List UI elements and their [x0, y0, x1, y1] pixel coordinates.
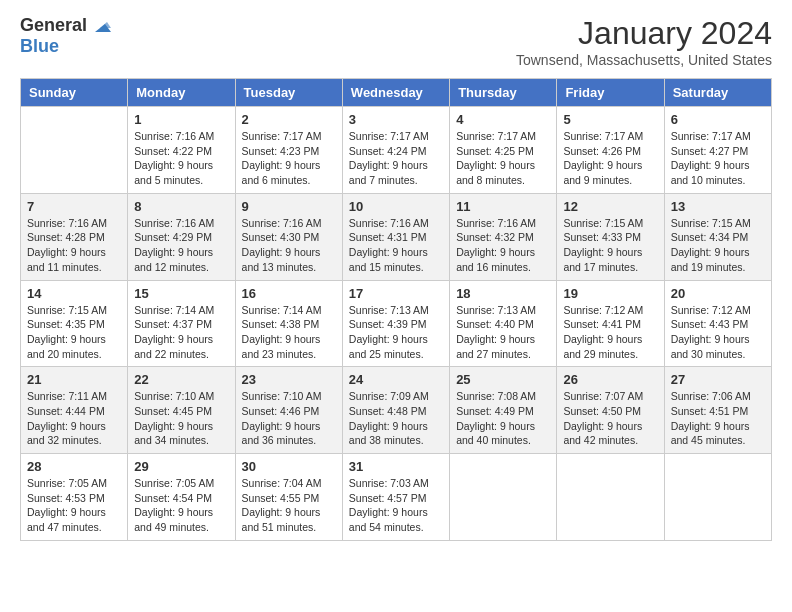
calendar-cell: 18Sunrise: 7:13 AMSunset: 4:40 PMDayligh… [450, 280, 557, 367]
calendar-cell: 7Sunrise: 7:16 AMSunset: 4:28 PMDaylight… [21, 193, 128, 280]
cell-content: Sunrise: 7:06 AMSunset: 4:51 PMDaylight:… [671, 389, 765, 448]
calendar-header-row: SundayMondayTuesdayWednesdayThursdayFrid… [21, 79, 772, 107]
cell-content: Sunrise: 7:12 AMSunset: 4:41 PMDaylight:… [563, 303, 657, 362]
week-row-5: 28Sunrise: 7:05 AMSunset: 4:53 PMDayligh… [21, 454, 772, 541]
day-number: 3 [349, 112, 443, 127]
day-number: 26 [563, 372, 657, 387]
day-number: 25 [456, 372, 550, 387]
calendar-cell: 25Sunrise: 7:08 AMSunset: 4:49 PMDayligh… [450, 367, 557, 454]
calendar-cell: 17Sunrise: 7:13 AMSunset: 4:39 PMDayligh… [342, 280, 449, 367]
day-number: 5 [563, 112, 657, 127]
day-header-thursday: Thursday [450, 79, 557, 107]
day-number: 12 [563, 199, 657, 214]
day-number: 17 [349, 286, 443, 301]
day-number: 27 [671, 372, 765, 387]
calendar-cell: 3Sunrise: 7:17 AMSunset: 4:24 PMDaylight… [342, 107, 449, 194]
day-number: 23 [242, 372, 336, 387]
calendar-body: 1Sunrise: 7:16 AMSunset: 4:22 PMDaylight… [21, 107, 772, 541]
logo-icon [89, 14, 111, 36]
day-header-wednesday: Wednesday [342, 79, 449, 107]
cell-content: Sunrise: 7:14 AMSunset: 4:38 PMDaylight:… [242, 303, 336, 362]
svg-marker-1 [100, 22, 111, 28]
calendar-cell: 19Sunrise: 7:12 AMSunset: 4:41 PMDayligh… [557, 280, 664, 367]
day-number: 31 [349, 459, 443, 474]
day-number: 15 [134, 286, 228, 301]
calendar-cell: 21Sunrise: 7:11 AMSunset: 4:44 PMDayligh… [21, 367, 128, 454]
calendar-cell: 1Sunrise: 7:16 AMSunset: 4:22 PMDaylight… [128, 107, 235, 194]
day-number: 20 [671, 286, 765, 301]
cell-content: Sunrise: 7:16 AMSunset: 4:29 PMDaylight:… [134, 216, 228, 275]
cell-content: Sunrise: 7:16 AMSunset: 4:30 PMDaylight:… [242, 216, 336, 275]
cell-content: Sunrise: 7:17 AMSunset: 4:26 PMDaylight:… [563, 129, 657, 188]
cell-content: Sunrise: 7:15 AMSunset: 4:35 PMDaylight:… [27, 303, 121, 362]
day-number: 28 [27, 459, 121, 474]
cell-content: Sunrise: 7:17 AMSunset: 4:27 PMDaylight:… [671, 129, 765, 188]
cell-content: Sunrise: 7:15 AMSunset: 4:34 PMDaylight:… [671, 216, 765, 275]
calendar-cell: 30Sunrise: 7:04 AMSunset: 4:55 PMDayligh… [235, 454, 342, 541]
cell-content: Sunrise: 7:16 AMSunset: 4:31 PMDaylight:… [349, 216, 443, 275]
cell-content: Sunrise: 7:03 AMSunset: 4:57 PMDaylight:… [349, 476, 443, 535]
week-row-2: 7Sunrise: 7:16 AMSunset: 4:28 PMDaylight… [21, 193, 772, 280]
calendar-cell: 24Sunrise: 7:09 AMSunset: 4:48 PMDayligh… [342, 367, 449, 454]
day-number: 18 [456, 286, 550, 301]
cell-content: Sunrise: 7:10 AMSunset: 4:46 PMDaylight:… [242, 389, 336, 448]
calendar-cell: 26Sunrise: 7:07 AMSunset: 4:50 PMDayligh… [557, 367, 664, 454]
week-row-3: 14Sunrise: 7:15 AMSunset: 4:35 PMDayligh… [21, 280, 772, 367]
week-row-1: 1Sunrise: 7:16 AMSunset: 4:22 PMDaylight… [21, 107, 772, 194]
day-header-sunday: Sunday [21, 79, 128, 107]
logo: General Blue [20, 15, 111, 57]
title-area: January 2024 Townsend, Massachusetts, Un… [516, 15, 772, 68]
day-number: 7 [27, 199, 121, 214]
calendar-cell: 5Sunrise: 7:17 AMSunset: 4:26 PMDaylight… [557, 107, 664, 194]
day-number: 14 [27, 286, 121, 301]
cell-content: Sunrise: 7:11 AMSunset: 4:44 PMDaylight:… [27, 389, 121, 448]
calendar-cell: 13Sunrise: 7:15 AMSunset: 4:34 PMDayligh… [664, 193, 771, 280]
day-number: 22 [134, 372, 228, 387]
calendar-cell: 6Sunrise: 7:17 AMSunset: 4:27 PMDaylight… [664, 107, 771, 194]
day-header-friday: Friday [557, 79, 664, 107]
calendar-cell [664, 454, 771, 541]
logo-general-text: General [20, 15, 87, 36]
day-header-monday: Monday [128, 79, 235, 107]
week-row-4: 21Sunrise: 7:11 AMSunset: 4:44 PMDayligh… [21, 367, 772, 454]
calendar-cell: 10Sunrise: 7:16 AMSunset: 4:31 PMDayligh… [342, 193, 449, 280]
calendar-cell: 9Sunrise: 7:16 AMSunset: 4:30 PMDaylight… [235, 193, 342, 280]
cell-content: Sunrise: 7:12 AMSunset: 4:43 PMDaylight:… [671, 303, 765, 362]
logo-blue-text: Blue [20, 36, 59, 57]
cell-content: Sunrise: 7:15 AMSunset: 4:33 PMDaylight:… [563, 216, 657, 275]
day-number: 8 [134, 199, 228, 214]
calendar-cell: 4Sunrise: 7:17 AMSunset: 4:25 PMDaylight… [450, 107, 557, 194]
calendar-cell: 29Sunrise: 7:05 AMSunset: 4:54 PMDayligh… [128, 454, 235, 541]
day-number: 30 [242, 459, 336, 474]
calendar-cell: 22Sunrise: 7:10 AMSunset: 4:45 PMDayligh… [128, 367, 235, 454]
day-number: 6 [671, 112, 765, 127]
cell-content: Sunrise: 7:08 AMSunset: 4:49 PMDaylight:… [456, 389, 550, 448]
day-header-tuesday: Tuesday [235, 79, 342, 107]
day-number: 24 [349, 372, 443, 387]
calendar-cell: 12Sunrise: 7:15 AMSunset: 4:33 PMDayligh… [557, 193, 664, 280]
header: General Blue January 2024 Townsend, Mass… [20, 15, 772, 68]
calendar-cell: 8Sunrise: 7:16 AMSunset: 4:29 PMDaylight… [128, 193, 235, 280]
cell-content: Sunrise: 7:14 AMSunset: 4:37 PMDaylight:… [134, 303, 228, 362]
day-number: 13 [671, 199, 765, 214]
day-number: 1 [134, 112, 228, 127]
day-number: 19 [563, 286, 657, 301]
calendar-cell: 20Sunrise: 7:12 AMSunset: 4:43 PMDayligh… [664, 280, 771, 367]
day-number: 2 [242, 112, 336, 127]
calendar-cell: 27Sunrise: 7:06 AMSunset: 4:51 PMDayligh… [664, 367, 771, 454]
calendar-cell: 31Sunrise: 7:03 AMSunset: 4:57 PMDayligh… [342, 454, 449, 541]
cell-content: Sunrise: 7:17 AMSunset: 4:23 PMDaylight:… [242, 129, 336, 188]
day-number: 21 [27, 372, 121, 387]
day-number: 29 [134, 459, 228, 474]
cell-content: Sunrise: 7:05 AMSunset: 4:54 PMDaylight:… [134, 476, 228, 535]
cell-content: Sunrise: 7:07 AMSunset: 4:50 PMDaylight:… [563, 389, 657, 448]
cell-content: Sunrise: 7:04 AMSunset: 4:55 PMDaylight:… [242, 476, 336, 535]
calendar-cell [557, 454, 664, 541]
cell-content: Sunrise: 7:17 AMSunset: 4:24 PMDaylight:… [349, 129, 443, 188]
calendar-cell [450, 454, 557, 541]
calendar-table: SundayMondayTuesdayWednesdayThursdayFrid… [20, 78, 772, 541]
day-number: 16 [242, 286, 336, 301]
cell-content: Sunrise: 7:10 AMSunset: 4:45 PMDaylight:… [134, 389, 228, 448]
calendar-cell [21, 107, 128, 194]
cell-content: Sunrise: 7:16 AMSunset: 4:28 PMDaylight:… [27, 216, 121, 275]
